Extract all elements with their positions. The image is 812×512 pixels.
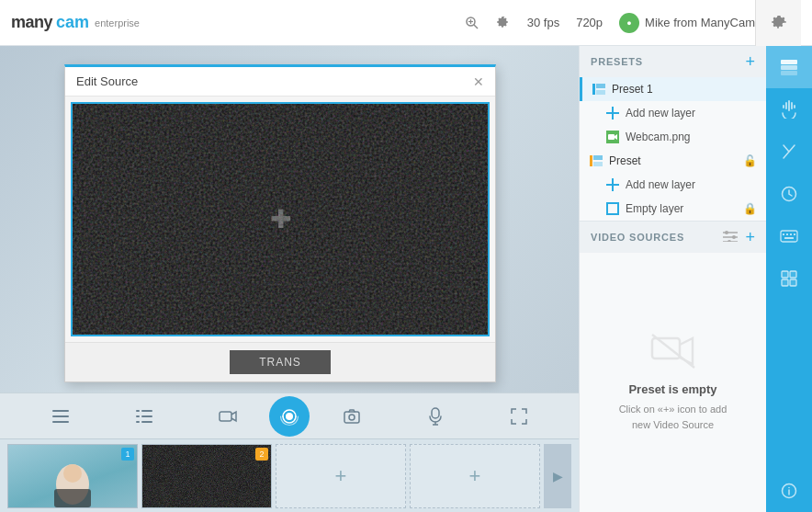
add-layer-2[interactable]: Add new layer	[580, 173, 766, 197]
svg-rect-15	[344, 412, 359, 423]
empty-layer-lock: 🔒	[743, 202, 757, 215]
sidebar-icon-info[interactable]	[766, 470, 812, 512]
empty-title: Preset is empty	[628, 382, 716, 396]
svg-rect-52	[782, 271, 788, 278]
thumbnail-2[interactable]: 2	[141, 444, 272, 508]
svg-rect-50	[794, 233, 795, 235]
presets-section: PRESETS + Preset 1 Add new layer	[580, 46, 766, 222]
add-thumbnail-2[interactable]: +	[410, 444, 540, 508]
svg-rect-47	[783, 233, 784, 235]
svg-point-16	[349, 415, 355, 420]
user-avatar: ●	[619, 13, 639, 33]
add-layer-1-label: Add new layer	[626, 107, 695, 119]
add-thumbnail-1[interactable]: +	[276, 444, 406, 508]
preset-item-2[interactable]: Preset 🔓	[580, 149, 766, 173]
svg-rect-51	[784, 237, 794, 239]
menu-button[interactable]	[18, 410, 102, 423]
svg-point-39	[727, 240, 731, 242]
video-sources-empty: Preset is empty Click on «+» icon to add…	[580, 253, 766, 512]
video-sources-section: VIDEO SOURCES + Preset is empty Click on…	[580, 222, 766, 512]
webcam-layer-label: Webcam.png	[626, 131, 690, 143]
bottom-toolbar	[0, 393, 579, 438]
svg-rect-28	[608, 134, 615, 140]
sidebar-icon-layers[interactable]	[766, 46, 812, 88]
sidebar-icon-stacked[interactable]	[766, 257, 812, 300]
thumb-badge-2: 2	[255, 448, 268, 461]
bg-area: Edit Source ✕ ✚ TRANS	[0, 46, 579, 393]
tune-icon[interactable]	[723, 230, 738, 245]
preset-1-label: Preset 1	[612, 83, 653, 96]
svg-rect-4	[52, 410, 69, 412]
add-preset-button[interactable]: +	[745, 53, 755, 70]
preset-item-1[interactable]: Preset 1	[580, 77, 766, 101]
svg-rect-22	[54, 489, 91, 507]
more-thumbnails-button[interactable]: ▶	[544, 444, 571, 508]
camera-button[interactable]	[186, 410, 269, 423]
add-layer-icon-2	[605, 177, 620, 192]
crosshair-icon: ✚	[270, 204, 291, 234]
svg-rect-13	[220, 412, 231, 421]
svg-rect-54	[782, 279, 788, 286]
list-button[interactable]	[102, 410, 186, 423]
svg-rect-53	[790, 271, 796, 278]
preset-1-icon	[592, 83, 606, 96]
svg-rect-42	[781, 60, 797, 64]
sidebar-icon-keyboard[interactable]	[766, 215, 812, 257]
top-bar-controls: 30 fps 720p ● Mike from ManyCam	[465, 13, 755, 33]
svg-point-58	[788, 487, 790, 489]
trans-button[interactable]: TRANS	[230, 350, 331, 374]
empty-layer[interactable]: Empty layer 🔒	[580, 197, 766, 221]
svg-rect-27	[612, 107, 614, 119]
svg-rect-29	[590, 155, 592, 166]
svg-rect-24	[596, 84, 605, 88]
resolution-display: 720p	[576, 16, 603, 29]
close-icon[interactable]: ✕	[473, 75, 484, 88]
svg-rect-23	[592, 84, 595, 95]
presets-header: PRESETS +	[580, 46, 766, 77]
logo: manycam enterprise	[11, 13, 140, 32]
svg-rect-5	[52, 415, 69, 417]
svg-point-35	[725, 231, 728, 234]
webcam-layer[interactable]: Webcam.png	[580, 125, 766, 149]
svg-rect-8	[141, 410, 152, 412]
add-layer-2-label: Add new layer	[626, 178, 695, 191]
zoom-icon[interactable]	[465, 16, 479, 30]
svg-rect-10	[141, 415, 152, 417]
empty-layer-box	[606, 202, 619, 215]
broadcast-button[interactable]	[269, 396, 310, 437]
username: Mike from ManyCam	[645, 16, 755, 29]
add-layer-1[interactable]: Add new layer	[580, 101, 766, 125]
sidebar-icon-history[interactable]	[766, 173, 812, 215]
svg-rect-9	[136, 415, 140, 417]
dialog-header: Edit Source ✕	[65, 67, 495, 97]
sidebar-icon-effects[interactable]	[766, 131, 812, 173]
mic-button[interactable]	[393, 407, 477, 426]
settings-icon[interactable]	[496, 16, 511, 30]
dialog-title: Edit Source	[76, 74, 138, 88]
thumbnail-1[interactable]: 1	[7, 444, 138, 508]
svg-rect-48	[786, 233, 788, 235]
svg-rect-11	[136, 421, 140, 423]
preset-2-label: Preset	[609, 154, 641, 167]
fullscreen-button[interactable]	[477, 408, 560, 425]
thumb-1-content	[8, 445, 137, 507]
main-layout: Edit Source ✕ ✚ TRANS	[0, 46, 812, 512]
svg-rect-6	[52, 421, 69, 423]
add-video-source-button[interactable]: +	[745, 229, 755, 245]
empty-layer-icon	[605, 201, 620, 216]
svg-line-1	[474, 25, 478, 28]
thumb-badge-1: 1	[121, 448, 134, 461]
screenshot-button[interactable]	[310, 408, 393, 425]
svg-rect-44	[781, 71, 797, 75]
svg-rect-49	[790, 233, 792, 235]
gear-button[interactable]	[755, 0, 801, 46]
svg-rect-25	[596, 90, 605, 95]
empty-layer-label: Empty layer	[626, 202, 683, 215]
svg-rect-7	[136, 410, 140, 412]
preset-2-lock: 🔓	[743, 154, 757, 167]
top-bar: manycam enterprise 30 fps 720p ● Mike fr…	[0, 0, 812, 46]
preset-2-icon	[589, 154, 603, 167]
camera-off-icon	[650, 333, 696, 370]
user-section[interactable]: ● Mike from ManyCam	[619, 13, 755, 33]
sidebar-icon-audio[interactable]	[766, 88, 812, 131]
